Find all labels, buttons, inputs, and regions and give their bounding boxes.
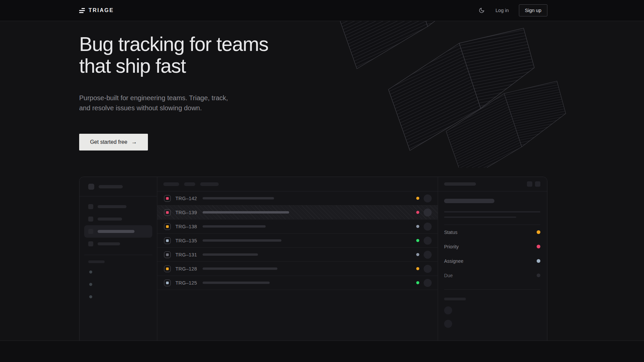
issue-row[interactable]: TRG–135 — [157, 234, 438, 248]
skeleton-bar — [98, 205, 126, 208]
issue-row-meta — [416, 251, 438, 259]
issue-title-skeleton — [203, 282, 270, 284]
panel-body: Status Priority Assignee Due — [438, 191, 547, 328]
get-started-button[interactable]: Get started free → — [79, 134, 148, 150]
assignee-avatar — [424, 194, 432, 202]
activity-avatar-skeleton — [444, 306, 452, 314]
skeleton-bar — [98, 218, 122, 221]
issue-id: TRG–139 — [175, 210, 198, 215]
description-line-skeleton — [444, 211, 540, 213]
status-dot — [416, 253, 419, 256]
property-list: Status Priority Assignee Due — [444, 225, 540, 283]
assignee-avatar — [424, 265, 432, 273]
skeleton-bar — [444, 182, 476, 186]
list-dot-skeleton — [89, 283, 92, 286]
login-link[interactable]: Log in — [495, 8, 509, 13]
brand[interactable]: TRIAGE — [79, 7, 114, 13]
nav-icon-skeleton — [88, 229, 93, 234]
panel-header — [438, 177, 547, 191]
hero-title: Bug tracking for teams that ship fast — [79, 34, 268, 77]
panel-header-buttons — [527, 181, 540, 187]
issue-type-icon — [164, 280, 171, 286]
cta-label: Get started free — [90, 139, 127, 145]
panel-action-button[interactable] — [527, 181, 532, 187]
list-dot-skeleton — [89, 270, 92, 274]
skeleton-bar — [99, 185, 123, 188]
divider — [444, 289, 540, 290]
nav-icon-skeleton — [88, 241, 93, 246]
property-row[interactable]: Assignee — [444, 254, 540, 268]
theme-toggle-button[interactable] — [478, 7, 485, 14]
property-value-dot — [537, 230, 540, 234]
issue-title-skeleton — [203, 253, 258, 256]
status-dot — [416, 281, 419, 284]
triage-logo-icon — [79, 8, 85, 13]
skeleton-bar — [98, 230, 135, 233]
status-dot — [416, 197, 419, 200]
sidebar-nav-item-active[interactable] — [84, 225, 152, 238]
issue-row[interactable]: TRG–138 — [157, 220, 438, 234]
navbar-actions: Log in Sign up — [478, 4, 547, 16]
assignee-avatar — [424, 251, 432, 259]
issue-title-skeleton — [444, 199, 494, 203]
issue-row[interactable]: TRG–131 — [157, 248, 438, 262]
footer-band — [0, 341, 644, 362]
issue-id: TRG–125 — [175, 280, 198, 286]
arrow-right-icon: → — [131, 139, 137, 145]
property-label: Due — [444, 273, 453, 278]
sidebar-nav-item[interactable] — [84, 200, 152, 213]
list-toolbar — [157, 177, 438, 191]
mockup-sidebar-nav — [79, 196, 157, 250]
nav-icon-skeleton — [88, 204, 93, 209]
issue-title-skeleton — [203, 267, 277, 270]
app-mockup-card: TRG–142 TRG–139 TRG–138 TRG–135 TRG– — [79, 177, 547, 341]
assignee-avatar — [424, 223, 432, 231]
property-value-dot — [537, 274, 540, 277]
property-label: Status — [444, 230, 458, 235]
moon-icon — [479, 7, 485, 13]
workspace-avatar-skeleton — [88, 184, 94, 190]
issue-row-meta — [416, 265, 438, 273]
status-dot — [416, 225, 419, 228]
issue-row-meta — [416, 194, 438, 202]
issue-type-icon — [164, 195, 171, 202]
issue-row[interactable]: TRG–142 — [157, 191, 438, 205]
issue-id: TRG–142 — [175, 196, 198, 201]
issue-row[interactable]: TRG–139 — [157, 205, 438, 220]
hero-section: Bug tracking for teams that ship fast Pu… — [79, 34, 268, 113]
issue-id: TRG–131 — [175, 252, 198, 257]
description-line-skeleton — [444, 217, 516, 218]
skeleton-bar — [98, 242, 120, 245]
hero-subtitle: Purpose-built for engineering teams. Tri… — [79, 93, 240, 113]
issue-list: TRG–142 TRG–139 TRG–138 TRG–135 TRG– — [157, 191, 438, 290]
status-dot — [416, 239, 419, 242]
issue-list-pane: TRG–142 TRG–139 TRG–138 TRG–135 TRG– — [157, 177, 438, 341]
mockup-sidebar-header — [79, 177, 157, 196]
mockup-sidebar — [79, 177, 157, 341]
activity-avatar-skeleton — [444, 320, 452, 328]
sidebar-nav-item[interactable] — [84, 238, 152, 250]
property-row[interactable]: Priority — [444, 239, 540, 254]
status-dot — [416, 211, 419, 214]
issue-row[interactable]: TRG–128 — [157, 262, 438, 276]
nav-icon-skeleton — [88, 217, 93, 222]
property-row[interactable]: Due — [444, 268, 540, 283]
sidebar-dot-list — [89, 270, 157, 298]
issue-id: TRG–128 — [175, 266, 198, 272]
panel-action-button[interactable] — [535, 181, 540, 187]
issue-type-icon — [164, 223, 171, 230]
signup-button[interactable]: Sign up — [519, 4, 547, 16]
property-label: Priority — [444, 244, 459, 249]
filter-skeleton — [184, 182, 195, 186]
sidebar-nav-item[interactable] — [84, 213, 152, 225]
property-value-dot — [537, 259, 540, 263]
property-label: Assignee — [444, 258, 464, 264]
issue-row-meta — [416, 237, 438, 245]
assignee-avatar — [424, 279, 432, 287]
issue-row[interactable]: TRG–125 — [157, 276, 438, 290]
status-dot — [416, 267, 419, 270]
list-dot-skeleton — [89, 295, 92, 298]
issue-type-icon — [164, 265, 171, 272]
issue-row-meta — [416, 223, 438, 231]
property-row[interactable]: Status — [444, 225, 540, 239]
